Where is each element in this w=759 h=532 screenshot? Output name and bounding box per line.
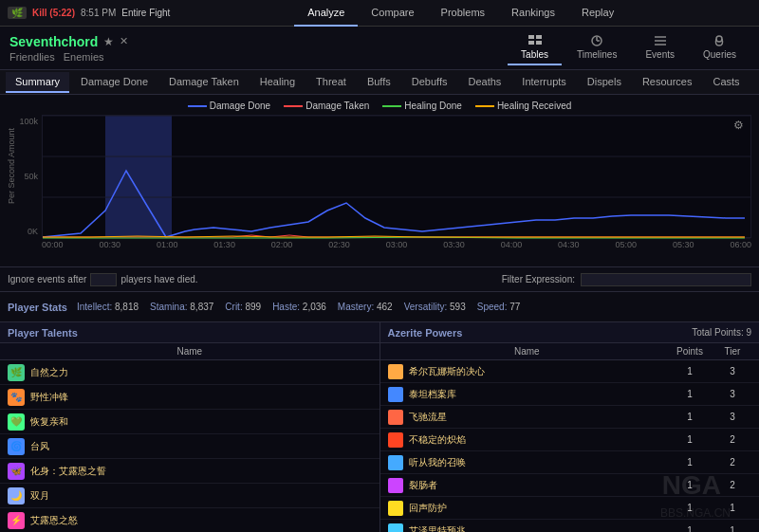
tab-interrupts[interactable]: Interrupts [512,72,575,93]
tab-buffs[interactable]: Buffs [358,72,400,93]
bookmark-icon[interactable]: ★ [103,35,114,48]
legend-label-damage-taken: Damage Taken [305,101,369,111]
tab-debuffs[interactable]: Debuffs [402,72,457,93]
filter-right: Filter Expression: [502,273,751,286]
queries-btn[interactable]: Queries [690,30,750,65]
y-label-100k: 100k [8,117,42,126]
stat-stamina: Stamina: 8,837 [150,302,213,312]
filter-count-input[interactable] [90,273,117,286]
nav-compare[interactable]: Compare [358,0,427,27]
tab-healing[interactable]: Healing [250,72,305,93]
azerite-pts-0: 1 [666,366,713,376]
kill-label: Kill (5:22) [32,8,75,18]
tables-icon [528,34,543,47]
events-icon [653,34,668,47]
events-label: Events [645,49,675,60]
char-x[interactable]: ✕ [120,35,128,47]
stat-key-mastery: Mastery: [338,302,374,312]
fight-label: Entire Fight [121,8,170,18]
azerite-row-3: 不稳定的炽焰 1 2 [380,429,760,451]
tables-btn[interactable]: Tables [508,30,562,65]
talent-name-1: 野性冲锋 [30,391,372,404]
talent-icon-0: 🌿 [8,364,25,381]
azerite-pts-6: 1 [666,503,713,513]
azerite-title: Azerite Powers [388,327,689,339]
azerite-tier-2: 3 [713,412,751,422]
azerite-name-6: 回声防护 [409,502,667,515]
talent-name-2: 恢复亲和 [30,415,372,429]
azerite-total: Total Points: 9 [692,327,751,338]
legend-dot-damage-taken [284,105,303,107]
tab-summary[interactable]: Summary [6,72,69,93]
tab-dispels[interactable]: Dispels [578,72,631,93]
tab-damage-done[interactable]: Damage Done [71,72,157,93]
filter-expression-input[interactable] [581,273,751,286]
y-axis-label: Per Second Amount [7,128,16,204]
enemies-link[interactable]: Enemies [64,51,104,63]
azerite-panel: Azerite Powers Total Points: 9 Name Poin… [380,322,760,532]
chart-wrapper: 100k 50k 0K ⚙ [8,115,751,238]
x-axis: 00:00 00:30 01:00 01:30 02:00 02:30 03:0… [42,240,751,249]
player-stats-bar: Player Stats Intellect: 8,818 Stamina: 8… [0,292,759,322]
nav-problems[interactable]: Problems [428,0,498,27]
tabs-row: Summary Damage Done Damage Taken Healing… [0,70,759,95]
talent-row-3: 🌀 台风 [0,434,380,459]
x-label-11: 05:30 [673,240,694,249]
stat-crit: Crit: 899 [225,302,261,312]
tab-deaths[interactable]: Deaths [459,72,511,93]
talent-icon-2: 💚 [8,413,25,431]
stat-haste: Haste: 2,036 [272,302,326,312]
azerite-row-0: 希尔瓦娜斯的决心 1 3 [380,360,760,383]
legend-damage-taken: Damage Taken [284,101,369,111]
talent-icon-1: 🐾 [8,389,25,406]
legend-label-healing-received: Healing Received [497,101,571,111]
stat-mastery: Mastery: 462 [338,302,393,312]
x-label-10: 05:00 [616,240,638,249]
view-icons: Tables Timelines Events Queries [508,30,750,65]
azerite-pts-5: 1 [666,480,713,490]
stat-intellect: Intellect: 8,818 [77,302,139,312]
chart-area: Damage Done Damage Taken Healing Done He… [0,95,759,267]
tab-threat[interactable]: Threat [306,72,356,93]
svg-point-10 [716,36,722,42]
stat-key-speed: Speed: [477,302,508,312]
talent-icon-6: ⚡ [8,512,25,529]
tab-damage-taken[interactable]: Damage Taken [159,72,249,93]
stat-val-haste: 2,036 [303,302,326,312]
azerite-icon-0 [388,364,403,379]
x-label-9: 04:30 [558,240,580,249]
stat-val-mastery: 462 [377,302,393,312]
filter-right-text: players have died. [120,274,197,284]
tab-resources[interactable]: Resources [633,72,702,93]
nav-rankings[interactable]: Rankings [498,0,568,27]
x-label-12: 06:00 [730,240,751,249]
legend-damage-done: Damage Done [188,101,270,111]
sub-header: Seventhchord ★ ✕ Friendlies Enemies Tabl… [0,27,759,70]
azerite-name-2: 飞驰流星 [409,411,667,424]
azerite-icon-5 [388,478,403,493]
events-btn[interactable]: Events [632,30,688,65]
nav-replay[interactable]: Replay [568,0,627,27]
nav-analyze[interactable]: Analyze [294,0,358,27]
azerite-row-4: 听从我的召唤 1 2 [380,451,760,474]
azerite-tier-6: 1 [713,503,751,513]
top-bar: 🌿 Kill (5:22) 8:51 PM Entire Fight Analy… [0,0,759,27]
svg-rect-1 [536,35,542,39]
stats-row: Intellect: 8,818 Stamina: 8,837 Crit: 89… [77,302,520,312]
azerite-tier-0: 3 [713,366,751,376]
legend-dot-damage-done [188,105,207,107]
talent-name-6: 艾露恩之怒 [30,514,372,527]
timelines-icon [589,34,604,47]
tab-casts[interactable]: Casts [703,72,749,93]
azerite-col-tier: Tier [713,346,751,357]
azerite-row-2: 飞驰流星 1 3 [380,406,760,429]
svg-rect-0 [528,35,534,39]
x-label-8: 04:00 [501,240,523,249]
gear-btn[interactable]: ⚙ [733,119,744,132]
friendlies-link[interactable]: Friendlies [9,51,55,63]
x-label-0: 00:00 [42,240,64,249]
azerite-row-7: 艾泽里特预兆 1 1 [380,520,760,532]
azerite-tier-1: 3 [713,389,751,399]
timelines-btn[interactable]: Timelines [564,30,630,65]
talents-header: Player Talents [0,322,380,343]
